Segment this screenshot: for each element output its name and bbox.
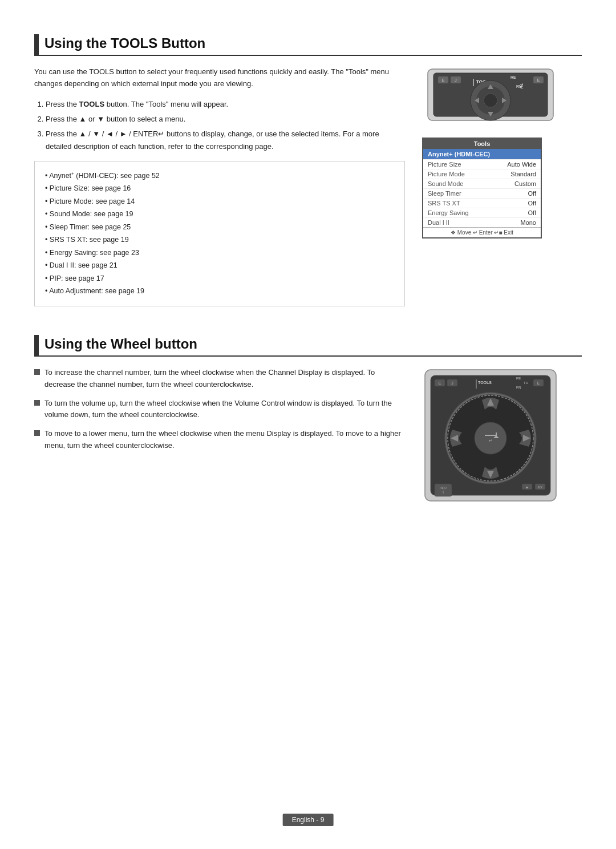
remote-svg-top: E J TOOLS RE TU RN E	[422, 66, 559, 129]
svg-text:RN: RN	[516, 386, 521, 389]
sound-mode-value: Custom	[514, 180, 536, 187]
tools-menu-title: Tools	[423, 139, 541, 149]
page-footer: English - 9	[283, 814, 334, 826]
footer-badge: English - 9	[283, 814, 334, 826]
wheel-bullet-1: To increase the channel number, turn the…	[34, 367, 405, 391]
wheel-bullet-3: To move to a lower menu, turn the wheel …	[34, 428, 405, 452]
svg-text:E: E	[537, 381, 540, 385]
svg-point-18	[484, 94, 497, 107]
svg-text:E: E	[537, 78, 540, 82]
tools-row-1: Picture Mode Standard	[423, 169, 541, 179]
bullet-icon-3	[34, 430, 40, 436]
tools-row-4: SRS TS XT Off	[423, 198, 541, 208]
wheel-text-1: To increase the channel number, turn the…	[44, 367, 405, 391]
heading-bar-1	[34, 34, 39, 55]
section2-title: Using the Wheel button	[44, 336, 197, 354]
wheel-bullets: To increase the channel number, turn the…	[34, 367, 405, 452]
bullet-9: PIP: see page 17	[45, 272, 394, 285]
section1-image: E J TOOLS RE TU RN E	[422, 66, 582, 306]
bullet-2: Picture Size: see page 16	[45, 182, 394, 195]
wheel-bullet-2: To turn the volume up, turn the wheel cl…	[34, 398, 405, 422]
bullet-icon-2	[34, 400, 40, 406]
section1-steps: Press the TOOLS button. The "Tools" menu…	[34, 98, 405, 153]
section2: Using the Wheel button To increase the c…	[34, 335, 582, 506]
svg-text:EX: EX	[538, 486, 542, 489]
tools-row-0: Picture Size Auto Wide	[423, 159, 541, 169]
section2-text: To increase the channel number, turn the…	[34, 367, 405, 506]
section1-bullet-box: Anynet+ (HDMI-CEC): see page 52 Picture …	[34, 161, 405, 306]
bullet-4: Sound Mode: see page 19	[45, 208, 394, 221]
step-2: Press the ▲ or ▼ button to select a menu…	[46, 113, 405, 126]
step-1: Press the TOOLS button. The "Tools" menu…	[46, 98, 405, 111]
wheel-remote-svg: E J TOOLS RE TU RN E	[422, 367, 559, 504]
section1-heading-bar: Using the TOOLS Button	[34, 34, 582, 56]
bullet-8: Dual I II: see page 21	[45, 259, 394, 272]
step-3: Press the ▲ / ▼ / ◄ / ► / ENTER↵ buttons…	[46, 128, 405, 153]
section1-title: Using the TOOLS Button	[44, 35, 205, 54]
wheel-text-3: To move to a lower menu, turn the wheel …	[44, 428, 405, 452]
section1-intro: You can use the TOOLS button to select y…	[34, 66, 405, 90]
svg-text:RE: RE	[510, 75, 516, 79]
tools-row-3: Sleep Timer Off	[423, 188, 541, 198]
section2-image: E J TOOLS RE TU RN E	[422, 367, 582, 506]
svg-text:■: ■	[526, 486, 528, 489]
svg-text:J: J	[451, 381, 453, 385]
tools-row-5: Energy Saving Off	[423, 208, 541, 217]
tools-menu-highlight: Anynet+ (HDMI-CEC)	[423, 149, 541, 159]
section1-text: You can use the TOOLS button to select y…	[34, 66, 405, 306]
bullet-10: Auto Adjustment: see page 19	[45, 285, 394, 298]
bullet-6: SRS TS XT: see page 19	[45, 233, 394, 246]
svg-text:E: E	[439, 381, 441, 385]
bullet-7: Energy Saving: see page 23	[45, 246, 394, 260]
bullet-3: Picture Mode: see page 14	[45, 195, 394, 208]
svg-text:TOOLS: TOOLS	[478, 381, 492, 385]
svg-text:↵: ↵	[489, 438, 493, 443]
section1-layout: You can use the TOOLS button to select y…	[34, 66, 582, 306]
heading-bar-2	[34, 335, 39, 355]
section1-bullet-list: Anynet+ (HDMI-CEC): see page 52 Picture …	[45, 169, 394, 298]
bullet-5: Sleep Timer: see page 25	[45, 221, 394, 234]
wheel-text-2: To turn the volume up, turn the wheel cl…	[44, 398, 405, 422]
svg-text:RN: RN	[516, 84, 522, 88]
svg-text:J: J	[455, 78, 457, 82]
tools-menu-footer: ❖ Move ↵ Enter ↵■ Exit	[423, 227, 541, 237]
tools-row-2: Sound Mode Custom	[423, 179, 541, 188]
tools-menu: Tools Anynet+ (HDMI-CEC) Picture Size Au…	[422, 138, 542, 238]
svg-text:i: i	[443, 489, 444, 495]
page-container: Using the TOOLS Button You can use the T…	[0, 0, 616, 849]
section2-layout: To increase the channel number, turn the…	[34, 367, 582, 506]
bullet-1: Anynet+ (HDMI-CEC): see page 52	[45, 169, 394, 183]
remote-top-image: E J TOOLS RE TU RN E	[422, 66, 582, 131]
section2-heading-bar: Using the Wheel button	[34, 335, 582, 357]
svg-text:TU: TU	[524, 381, 528, 385]
svg-text:RE: RE	[516, 377, 521, 380]
tools-row-6: Dual I II Mono	[423, 217, 541, 227]
svg-text:E: E	[442, 78, 445, 82]
bullet-icon-1	[34, 369, 40, 375]
